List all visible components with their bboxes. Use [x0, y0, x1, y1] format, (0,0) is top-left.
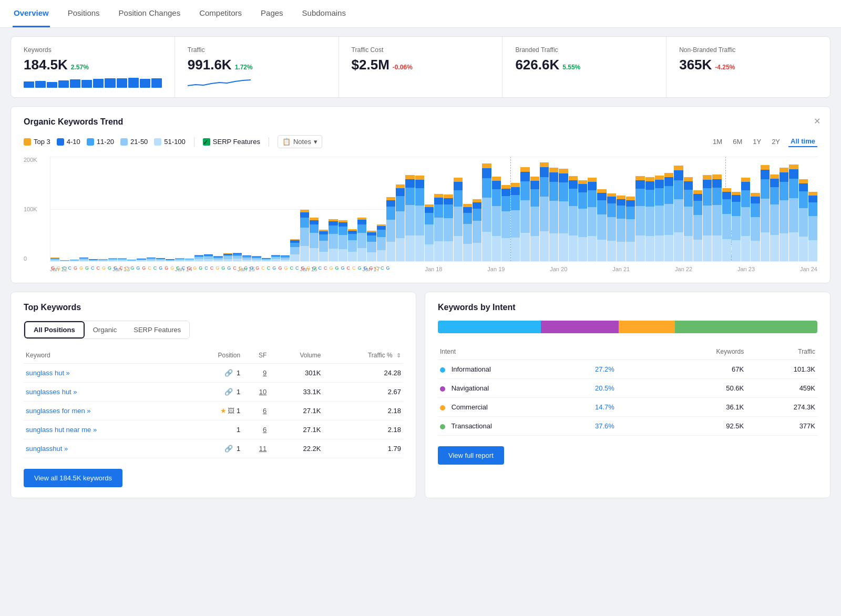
serp-dot: G — [255, 265, 259, 271]
intent-name: Informational — [452, 365, 491, 373]
serp-dot: G — [284, 265, 288, 271]
serp-dot: G — [170, 265, 174, 271]
time-all[interactable]: All time — [788, 136, 817, 147]
volume-cell: 27.1K — [269, 420, 323, 439]
bar-group — [156, 157, 165, 261]
volume-cell: 22.2K — [269, 439, 323, 458]
nav-competitors[interactable]: Competitors — [198, 0, 243, 27]
nav-positions[interactable]: Positions — [67, 0, 101, 27]
legend-11-20[interactable]: 11-20 — [87, 138, 114, 146]
traffic-filter-icon[interactable]: ⇕ — [396, 352, 401, 358]
serp-dot: G — [301, 265, 304, 271]
keyword-link[interactable]: sunglasshut » — [26, 445, 68, 453]
bar-group — [578, 157, 587, 261]
intent-traffic-cell: 459K — [746, 379, 817, 398]
nav-pages[interactable]: Pages — [260, 0, 284, 27]
bar-group — [367, 157, 376, 261]
legend-divider-2 — [269, 137, 269, 147]
bar-group — [703, 157, 712, 261]
bar-group — [559, 157, 568, 261]
metric-traffic-change: 1.72% — [235, 64, 253, 71]
time-2y[interactable]: 2Y — [770, 137, 782, 147]
view-all-keywords-button[interactable]: View all 184.5K keywords — [24, 469, 122, 487]
bar-group — [588, 157, 597, 261]
position-cell: 🔗 1 — [185, 383, 242, 402]
view-full-report-button[interactable]: View full report — [438, 446, 504, 465]
serp-dot: C — [182, 265, 186, 271]
bar-group — [242, 157, 251, 261]
legend-51-100[interactable]: 51-100 — [154, 138, 185, 146]
notes-button[interactable]: 📋 Notes ▾ — [278, 135, 322, 148]
keyword-link[interactable]: sunglass hut » — [26, 369, 70, 377]
intent-pct-cell: 20.5% — [593, 379, 658, 398]
legend-serp[interactable]: ✓ SERP Features — [203, 138, 260, 146]
serp-dot: G — [130, 265, 134, 271]
nav-subdomains[interactable]: Subdomains — [301, 0, 347, 27]
sf-value: 6 — [263, 407, 266, 415]
bar-group — [281, 157, 290, 261]
tab-all-positions[interactable]: All Positions — [24, 321, 85, 338]
bar-group — [741, 157, 750, 261]
keyword-cell: sunglasses for men » — [24, 402, 185, 420]
metric-traffic-label: Traffic — [188, 46, 326, 54]
time-1y[interactable]: 1Y — [751, 137, 763, 147]
keyword-cell: sunglass hut near me » — [24, 420, 185, 439]
bar-group — [520, 157, 529, 261]
bar-group — [70, 157, 79, 261]
nav-overview[interactable]: Overview — [13, 0, 50, 27]
keyword-cell: sunglasses hut » — [24, 383, 185, 402]
legend-4-10[interactable]: 4-10 — [57, 138, 80, 146]
sf-cell: 6 — [242, 402, 269, 420]
traffic-cell: 2.67 — [323, 383, 403, 402]
tab-serp-features[interactable]: SERP Features — [125, 321, 189, 338]
time-6m[interactable]: 6M — [731, 137, 744, 147]
intent-name: Commercial — [452, 403, 488, 411]
table-row: sunglasshut » 🔗 1 11 22.2K 1.79 — [24, 439, 403, 458]
metric-branded-label: Branded Traffic — [515, 46, 653, 54]
serp-dot: G — [341, 265, 344, 271]
intent-table-row: Transactional 37.6% 92.5K 377K — [438, 417, 817, 436]
serp-dot: G — [386, 265, 390, 271]
legend-11-20-label: 11-20 — [97, 138, 114, 146]
bar-group — [789, 157, 798, 261]
metric-nonbranded-label: Non-Branded Traffic — [679, 46, 817, 54]
bar-group — [348, 157, 357, 261]
trend-card: Organic Keywords Trend ✕ Top 3 4-10 11-2… — [11, 106, 830, 283]
bar-group — [339, 157, 347, 261]
bar-group — [770, 157, 779, 261]
legend-top3[interactable]: Top 3 — [24, 138, 50, 146]
time-controls: 1M 6M 1Y 2Y All time — [711, 136, 817, 147]
intent-bar-segment — [675, 321, 817, 333]
intent-table-row: Informational 27.2% 67K 101.3K — [438, 360, 817, 379]
intent-pct-value: 37.6% — [595, 422, 614, 430]
bar-group — [799, 157, 808, 261]
serp-dot: C — [375, 265, 379, 271]
chain-icon: 🔗 — [224, 445, 233, 453]
nav-position-changes[interactable]: Position Changes — [118, 0, 182, 27]
col-volume: Volume — [269, 347, 323, 364]
keyword-link[interactable]: sunglasses hut » — [26, 388, 77, 396]
bar-group — [310, 157, 319, 261]
serp-dot: G — [165, 265, 168, 271]
bar-group — [262, 157, 271, 261]
intent-name: Navigational — [452, 384, 489, 392]
close-trend-button[interactable]: ✕ — [814, 116, 821, 126]
bar-group — [492, 157, 501, 261]
serp-dot: C — [295, 265, 299, 271]
intent-table: Intent Keywords Traffic Informational 27… — [438, 344, 817, 436]
intent-dot — [440, 405, 445, 410]
bar-group — [98, 157, 107, 261]
serp-dot: C — [381, 265, 384, 271]
metric-branded-change: 5.55% — [562, 64, 580, 71]
serp-dot: C — [318, 265, 322, 271]
intent-table-row: Commercial 14.7% 36.1K 274.3K — [438, 398, 817, 417]
legend-serp-label: SERP Features — [213, 138, 260, 146]
keyword-link[interactable]: sunglasses for men » — [26, 407, 91, 415]
bar-group — [549, 157, 558, 261]
tab-organic[interactable]: Organic — [85, 321, 126, 338]
time-1m[interactable]: 1M — [711, 137, 724, 147]
legend-21-50[interactable]: 21-50 — [120, 138, 148, 146]
keyword-link[interactable]: sunglass hut near me » — [26, 426, 97, 434]
bar-group — [252, 157, 261, 261]
serp-dot: G — [114, 265, 117, 271]
